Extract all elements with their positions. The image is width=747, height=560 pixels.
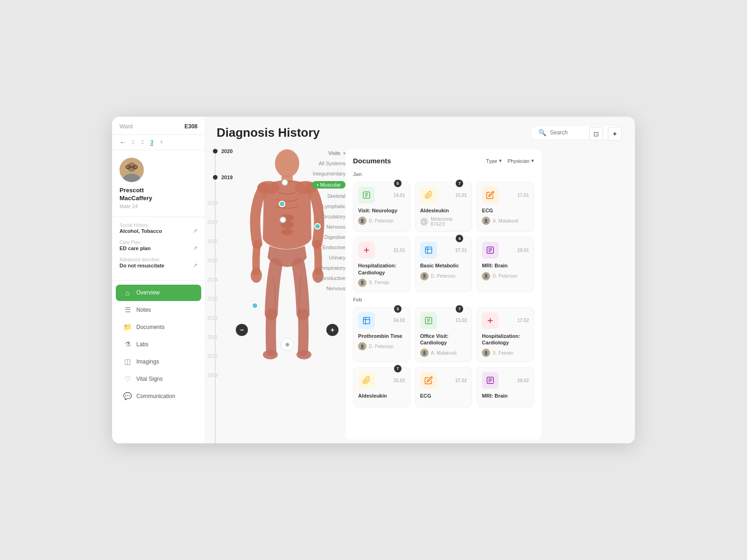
- search-icon: 🔍: [538, 129, 546, 136]
- doc-card-feb-5[interactable]: 27.02 ECG: [415, 367, 472, 407]
- doc-name-feb-6: MRI: Brain: [482, 392, 529, 399]
- doc-card-jan-2[interactable]: 7 15.01 Aldesleukin 📋 Melanoma 8742/3: [415, 182, 472, 232]
- social-history-link[interactable]: ↗: [193, 228, 197, 234]
- doc-card-header-jan-3: 17.01: [482, 187, 529, 203]
- doc-badge-feb-2: 7: [456, 305, 463, 313]
- doc-assignee-jan-6: 👤 D. Peterson: [482, 272, 529, 280]
- patient-details: Social History: Alcohol, Tobacco ↗ Care …: [112, 217, 205, 280]
- labs-icon: ⚗: [123, 340, 132, 349]
- step-4[interactable]: 4: [160, 139, 162, 146]
- assignee-avatar-jan-4: 👤: [358, 279, 366, 287]
- sidebar-item-label-notes: Notes: [136, 307, 151, 313]
- year-column: 2020 2019 2018 2017 2016 2015 2014 2012 …: [205, 146, 229, 443]
- doc-name-feb-3: Hospitalization: Cardiology: [482, 333, 529, 346]
- year-2015: 2015: [207, 258, 229, 263]
- marker-chest-left[interactable]: [279, 201, 285, 207]
- doc-card-jan-4[interactable]: 21.01 Hospitalization: Cardiology 👤 S. F…: [353, 237, 410, 292]
- doc-card-header-feb-4: 25.02: [358, 372, 405, 389]
- doc-card-feb-3[interactable]: 17.02 Hospitalization: Cardiology 👤 S. F…: [477, 307, 534, 363]
- sidebar-item-vital-signs[interactable]: ♡ Vital Signs: [116, 371, 201, 387]
- anatomy-container: − + ⊕ Visits ▾ All Systems Integumentary: [229, 146, 345, 443]
- doc-card-feb-2[interactable]: 7 13.02 Office Visit: Cardiology 👤 A. M: [415, 307, 472, 363]
- plus-control-button[interactable]: +: [326, 324, 338, 336]
- system-nervous2[interactable]: Nervous: [326, 286, 345, 291]
- patient-avatar: [120, 158, 144, 182]
- system-urinary[interactable]: Urinary: [329, 255, 345, 260]
- assignee-avatar-feb-3: 👤: [482, 349, 490, 357]
- doc-badge-jan-1: 5: [394, 180, 402, 187]
- sidebar-item-documents[interactable]: 📁 Documents: [116, 319, 201, 336]
- marker-chest-top[interactable]: [282, 179, 288, 186]
- notes-icon: ☰: [123, 306, 132, 314]
- year-dot-2020: [213, 149, 218, 154]
- sidebar-item-labs[interactable]: ⚗ Labs: [116, 336, 201, 353]
- marker-left-knee[interactable]: [252, 302, 258, 309]
- system-respiratory[interactable]: Respiratory: [319, 265, 345, 271]
- ward-header: Ward E308: [112, 117, 205, 135]
- doc-card-jan-3[interactable]: 17.01 ECG 👤 A. Malakooti: [477, 182, 534, 232]
- physician-filter-button[interactable]: Physician ▾: [507, 158, 534, 164]
- year-text-2020: 2020: [221, 148, 233, 154]
- minus-control-button[interactable]: −: [236, 324, 248, 336]
- doc-icon-feb-3: [482, 312, 499, 329]
- doc-card-jan-5[interactable]: 4 27.01 Basic Metabolic 👤 D. Peterson: [415, 237, 472, 292]
- doc-assignee-feb-1: 👤 D. Peterson: [358, 342, 405, 350]
- doc-card-feb-1[interactable]: 3 04.02 Prothrombin Time 👤 D. Peterson: [353, 307, 410, 363]
- social-history-item: Social History: Alcohol, Tobacco ↗: [120, 223, 197, 234]
- sidebar-item-label-imagings: Imagings: [136, 358, 159, 365]
- doc-card-header-jan-2: 15.01: [420, 187, 467, 203]
- doc-card-header-jan-6: 29.01: [482, 242, 529, 259]
- system-lymphatic[interactable]: Lymphatic: [322, 203, 345, 209]
- system-all[interactable]: All Systems: [319, 161, 345, 166]
- doc-name-feb-2: Office Visit: Cardiology: [420, 333, 467, 346]
- doc-card-feb-4[interactable]: 7 25.02 Aldesleukin: [353, 367, 410, 407]
- doc-icon-jan-3: [482, 187, 499, 203]
- pan-control[interactable]: ⊕: [281, 338, 294, 351]
- month-jan: Jan 5 14.01 Visit: Neurology: [353, 171, 534, 292]
- system-nervous1[interactable]: Nervous: [326, 224, 345, 230]
- svg-point-6: [275, 149, 299, 177]
- sidebar-item-communication[interactable]: 💬 Communication: [116, 388, 201, 405]
- doc-card-header-feb-2: 13.02: [420, 312, 467, 329]
- system-circulatory[interactable]: Circulatory: [321, 214, 345, 219]
- step-2[interactable]: 2: [141, 139, 144, 146]
- doc-name-jan-6: MRI: Brain: [482, 262, 529, 269]
- system-muscular[interactable]: • Muscular: [312, 181, 345, 189]
- expand-button[interactable]: ✦: [608, 127, 622, 141]
- sidebar-item-imagings[interactable]: ◫ Imagings: [116, 353, 201, 370]
- doc-card-feb-6[interactable]: 28.02 MRI: Brain: [477, 367, 534, 407]
- ward-label: Ward: [120, 123, 133, 130]
- type-filter-button[interactable]: Type ▾: [486, 158, 502, 164]
- system-skeletal[interactable]: Skeletal: [327, 193, 345, 199]
- documents-panel: Documents Type ▾ Physician ▾ Jan: [345, 149, 542, 440]
- monitor-button[interactable]: ⊡: [589, 127, 603, 141]
- patient-meta: Male 24: [120, 203, 197, 209]
- doc-card-jan-6[interactable]: 29.01 MRI: Brain 👤 D. Peterson: [477, 237, 534, 292]
- doc-name-jan-1: Visit: Neurology: [358, 207, 405, 214]
- marker-abdomen[interactable]: [280, 217, 286, 223]
- step-1[interactable]: 1: [132, 139, 134, 146]
- svg-point-12: [282, 229, 293, 235]
- doc-filters: Type ▾ Physician ▾: [486, 158, 534, 164]
- back-arrow[interactable]: ←: [120, 139, 126, 146]
- doc-name-jan-5: Basic Metabolic: [420, 262, 467, 269]
- sidebar-item-notes[interactable]: ☰ Notes: [116, 301, 201, 318]
- doc-name-jan-4: Hospitalization: Cardiology: [358, 262, 405, 276]
- body-systems-filter: Visits ▾ All Systems Integumentary • Mus…: [312, 150, 345, 296]
- system-digestive[interactable]: Digestive: [324, 234, 345, 240]
- app-container: Ward E308 ← 1 2 3 4: [112, 117, 635, 443]
- system-reproductive[interactable]: Reproductive: [315, 275, 345, 281]
- doc-card-jan-1[interactable]: 5 14.01 Visit: Neurology 👤 D. Peterson: [353, 182, 410, 232]
- system-integumentary[interactable]: Integumentary: [313, 171, 345, 176]
- doc-card-header-jan-4: 21.01: [358, 242, 405, 259]
- ward-number: E308: [184, 123, 197, 130]
- care-plan-value: ED care plan ↗: [120, 245, 197, 252]
- imagings-icon: ◫: [123, 357, 132, 366]
- assignee-avatar-jan-5: 👤: [420, 272, 429, 280]
- sidebar-item-overview[interactable]: ⌂ Overview: [116, 285, 201, 301]
- year-2014: 2014: [207, 277, 229, 282]
- advanced-directive-link[interactable]: ↗: [193, 262, 197, 269]
- care-plan-link[interactable]: ↗: [193, 245, 197, 252]
- step-3[interactable]: 3: [150, 139, 153, 146]
- system-endocrine[interactable]: Endocrine: [322, 245, 345, 250]
